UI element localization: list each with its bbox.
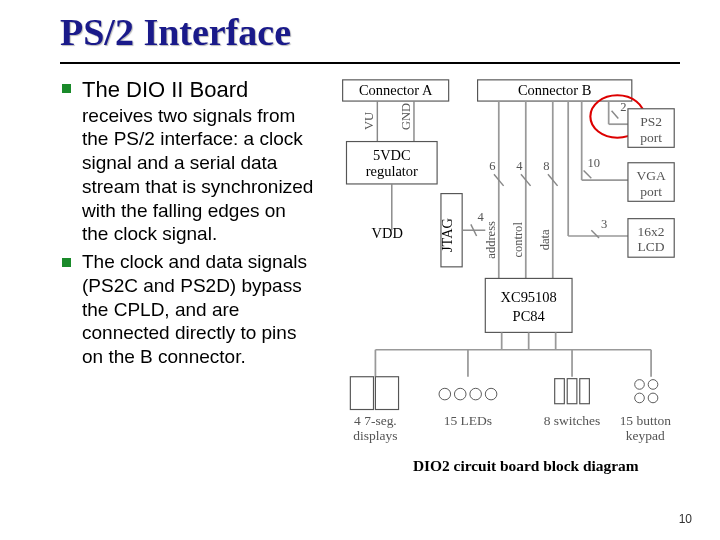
svg-point-45 [635,380,645,390]
svg-point-46 [648,380,658,390]
svg-point-39 [454,388,466,400]
keypad-icon [635,380,658,403]
lbl-n4b: 4 [516,159,523,173]
lbl-data: data [538,229,552,250]
leds-icon [439,388,497,400]
lbl-n10: 10 [587,156,600,170]
svg-point-40 [470,388,482,400]
svg-rect-42 [555,379,565,404]
bullet-body: The clock and data signals (PS2C and PS2… [82,250,315,369]
bullet-item: The DIO II Board receives two signals fr… [60,76,315,246]
text-column: The DIO II Board receives two signals fr… [60,76,315,373]
lbl-control: control [511,222,525,258]
lbl-conn-b: Connector B [518,82,591,98]
diagram-caption: DIO2 circuit board block diagram [413,457,639,474]
lbl-gnd: GND [399,103,413,130]
lbl-address: address [484,221,498,259]
svg-rect-37 [375,377,398,410]
bullet-lead: The DIO II Board [82,77,248,102]
lbl-vu: VU [362,112,376,130]
block-diagram: Connector A Connector B VU GND 5VDC regu… [333,76,680,504]
lbl-reg-1: 5VDC [373,147,411,163]
lbl-vdd: VDD [372,225,403,241]
lbl-seg-2: displays [353,428,397,443]
lbl-ps2-2: port [640,130,662,145]
svg-rect-27 [485,278,572,332]
page-number: 10 [679,512,692,526]
lbl-chip2: PC84 [513,308,545,324]
svg-point-41 [485,388,497,400]
lbl-leds: 15 LEDs [444,413,492,428]
svg-point-47 [635,393,645,403]
svg-line-17 [612,111,619,119]
slide-title: PS/2 Interface [60,10,680,54]
lbl-kp-2: keypad [626,428,665,443]
svg-rect-43 [567,379,577,404]
lbl-chip1: XC95108 [501,289,557,305]
svg-point-48 [648,393,658,403]
lbl-lcd-2: LCD [638,239,665,254]
switches-icon [555,379,590,404]
bullet-item: The clock and data signals (PS2C and PS2… [60,250,315,369]
lbl-jtag: JTAG [439,218,455,252]
lbl-lcd-1: 16x2 [638,224,665,239]
svg-rect-44 [580,379,590,404]
lbl-n2: 2 [620,100,626,114]
lbl-n3: 3 [601,217,607,231]
bullet-body: receives two signals from the PS/2 inter… [82,104,315,247]
lbl-vga-2: port [640,184,662,199]
lbl-seg-1: 4 7-seg. [354,413,397,428]
lbl-reg-2: regulator [366,163,418,179]
lbl-vga-1: VGA [636,168,665,183]
lbl-n8: 8 [543,159,549,173]
lbl-sw: 8 switches [544,413,601,428]
svg-line-20 [584,170,592,178]
lbl-kp-1: 15 button [620,413,672,428]
svg-point-38 [439,388,451,400]
lbl-conn-a: Connector A [359,82,433,98]
title-rule [60,62,680,64]
lbl-n6: 6 [489,159,495,173]
lbl-ps2-1: PS2 [640,114,662,129]
svg-rect-36 [350,377,373,410]
